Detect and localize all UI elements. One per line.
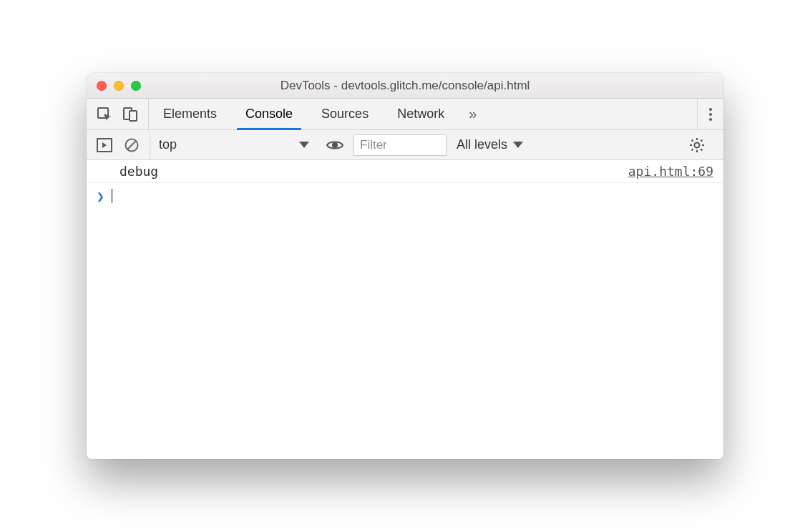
tab-console[interactable]: Console bbox=[231, 99, 307, 129]
tab-strip-right bbox=[697, 99, 723, 129]
log-source-link[interactable]: api.html:69 bbox=[628, 164, 713, 179]
prompt-chevron-icon: ❯ bbox=[97, 189, 104, 204]
tab-strip: Elements Console Sources Network » bbox=[87, 99, 723, 130]
tab-label: Sources bbox=[321, 107, 369, 122]
tab-label: Elements bbox=[163, 107, 217, 122]
log-message: debug bbox=[119, 164, 158, 179]
console-toolbar-main: top All levels bbox=[150, 130, 723, 159]
console-toolbar-left bbox=[87, 130, 150, 159]
tab-label: Network bbox=[397, 107, 444, 122]
console-toolbar: top All levels bbox=[87, 130, 723, 160]
tabs: Elements Console Sources Network » bbox=[149, 99, 697, 129]
inspect-element-icon[interactable] bbox=[97, 107, 112, 122]
svg-line-5 bbox=[127, 141, 136, 149]
traffic-lights bbox=[87, 81, 141, 91]
context-label: top bbox=[159, 137, 177, 152]
svg-line-13 bbox=[701, 149, 702, 150]
chevron-right-double-icon: » bbox=[469, 106, 477, 122]
svg-point-7 bbox=[695, 142, 700, 147]
device-toolbar-icon[interactable] bbox=[122, 107, 138, 122]
console-output: debug api.html:69 ❯ bbox=[87, 160, 723, 459]
chevron-down-icon bbox=[513, 142, 523, 148]
svg-line-12 bbox=[692, 139, 693, 141]
console-settings-icon[interactable] bbox=[678, 137, 716, 153]
show-console-sidebar-icon[interactable] bbox=[97, 138, 112, 152]
execution-context-select[interactable]: top bbox=[159, 137, 316, 152]
tab-elements[interactable]: Elements bbox=[149, 99, 231, 129]
levels-label: All levels bbox=[457, 137, 507, 152]
svg-line-14 bbox=[692, 149, 693, 150]
svg-point-6 bbox=[332, 142, 338, 148]
close-window-button[interactable] bbox=[97, 81, 107, 91]
live-expression-icon[interactable] bbox=[316, 139, 353, 151]
text-caret bbox=[112, 189, 113, 203]
console-prompt[interactable]: ❯ bbox=[87, 183, 723, 209]
tabs-overflow-button[interactable]: » bbox=[459, 99, 487, 129]
more-options-button[interactable] bbox=[709, 108, 712, 121]
console-log-row: debug api.html:69 bbox=[87, 160, 723, 183]
filter-input[interactable] bbox=[353, 134, 447, 156]
tab-sources[interactable]: Sources bbox=[307, 99, 383, 129]
console-input[interactable] bbox=[119, 187, 713, 205]
fullscreen-window-button[interactable] bbox=[131, 81, 141, 91]
devtools-window: DevTools - devtools.glitch.me/console/ap… bbox=[87, 73, 723, 459]
svg-rect-2 bbox=[130, 111, 137, 121]
tab-network[interactable]: Network bbox=[383, 99, 459, 129]
toolbar-left-controls bbox=[87, 99, 149, 129]
titlebar: DevTools - devtools.glitch.me/console/ap… bbox=[87, 73, 723, 99]
log-levels-select[interactable]: All levels bbox=[457, 137, 523, 152]
window-title: DevTools - devtools.glitch.me/console/ap… bbox=[87, 79, 723, 93]
chevron-down-icon bbox=[299, 142, 309, 148]
clear-console-icon[interactable] bbox=[124, 137, 140, 153]
minimize-window-button[interactable] bbox=[114, 81, 124, 91]
svg-line-15 bbox=[701, 139, 702, 141]
tab-label: Console bbox=[245, 107, 293, 122]
